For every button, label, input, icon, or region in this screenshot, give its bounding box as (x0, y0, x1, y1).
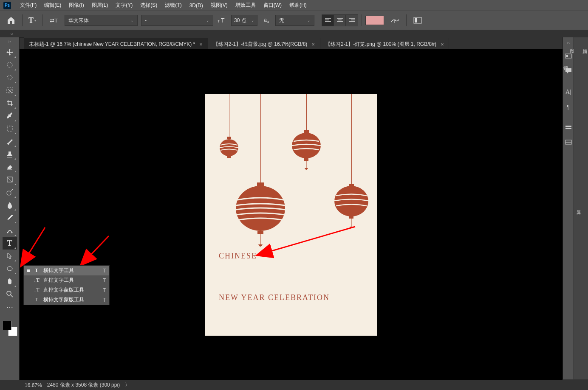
flyout-item-horizontal-mask[interactable]: T 横排文字蒙版工具 T (24, 295, 109, 305)
gradient-tool[interactable] (3, 173, 17, 186)
hand-tool[interactable] (3, 275, 17, 288)
text-layer-chinese[interactable]: CHINESE (219, 252, 257, 261)
type-tool[interactable]: T (3, 237, 17, 250)
font-size-icon: TT (217, 14, 228, 27)
edit-toolbar[interactable]: ⋯ (3, 300, 17, 313)
dodge-tool[interactable] (3, 186, 17, 199)
color-swatches[interactable] (2, 321, 17, 336)
align-left-button[interactable] (322, 15, 334, 26)
flyout-item-horizontal-type[interactable]: T 横排文字工具 T (24, 266, 109, 275)
svg-line-30 (21, 227, 45, 266)
lasso-tool[interactable] (3, 71, 17, 84)
quick-select-tool[interactable] (3, 84, 17, 97)
brush-tool[interactable] (3, 135, 17, 148)
move-tool[interactable] (3, 46, 17, 59)
curvature-pen-tool[interactable] (3, 224, 17, 237)
document-dimensions[interactable]: 2480 像素 x 3508 像素 (300 ppi) (47, 382, 120, 389)
status-arrow-icon[interactable]: 〉 (125, 382, 130, 389)
svg-rect-28 (349, 216, 353, 219)
align-right-button[interactable] (346, 15, 358, 26)
document-tab[interactable]: 【练习2-1】-灯笼.png @ 100% (图层 1, RGB/8#) × (320, 38, 449, 50)
menu-file[interactable]: 文件(F) (16, 2, 40, 9)
svg-rect-22 (304, 130, 309, 133)
frame-tool[interactable] (3, 122, 17, 135)
menu-plugins[interactable]: 增效工具 (232, 2, 260, 9)
menu-help[interactable]: 帮助(H) (286, 2, 311, 9)
eraser-tool[interactable] (3, 160, 17, 173)
foreground-color[interactable] (2, 321, 11, 330)
svg-rect-15 (227, 137, 231, 139)
document-tab[interactable]: 未标题-1 @ 16.7% (chinese New YEAR CELEBRAT… (24, 38, 208, 50)
menu-filter[interactable]: 滤镜(T) (161, 2, 185, 9)
font-family-select[interactable]: 华文宋体 ⌄ (65, 15, 138, 26)
canvas-viewport[interactable]: CHINESE NEW YEAR CELEBRATION (20, 49, 563, 380)
menu-view[interactable]: 视图(V) (207, 2, 232, 9)
document-canvas[interactable]: CHINESE NEW YEAR CELEBRATION (205, 94, 377, 336)
shape-tool[interactable] (3, 262, 17, 275)
menu-select[interactable]: 选择(S) (136, 2, 161, 9)
close-icon[interactable]: × (441, 41, 444, 48)
tab-stub[interactable]: 颜 (582, 42, 588, 380)
document-tab[interactable]: 【练习2-1】-纸背景.jpg @ 16.7%(RGB/8) × (208, 38, 320, 50)
svg-text:T: T (218, 19, 220, 23)
app-logo: Ps (3, 2, 11, 9)
character-panel-button[interactable] (410, 14, 425, 27)
close-icon[interactable]: × (311, 41, 315, 48)
tools-panel: ›› T ⋯ (0, 37, 20, 380)
tab-stub[interactable]: 图 (569, 42, 575, 380)
font-style-select[interactable]: - ⌄ (141, 15, 213, 26)
svg-rect-20 (257, 231, 263, 234)
flyout-item-vertical-mask[interactable]: ↓T 直排文字蒙版工具 T (24, 285, 109, 295)
zoom-tool[interactable] (3, 288, 17, 300)
flyout-shortcut: T (103, 297, 106, 303)
stamp-tool[interactable] (3, 148, 17, 160)
align-center-button[interactable] (334, 15, 346, 26)
flyout-label: 横排文字蒙版工具 (43, 296, 84, 303)
flyout-item-vertical-type[interactable]: ↓T 直排文字工具 T (24, 275, 109, 285)
menu-window[interactable]: 窗口(W) (260, 2, 286, 9)
lantern-artwork (205, 94, 377, 247)
tab-label: 【练习2-1】-纸背景.jpg @ 16.7%(RGB/8) (213, 41, 308, 48)
text-color-swatch[interactable] (365, 16, 384, 25)
document-tab-bar: 未标题-1 @ 16.7% (chinese New YEAR CELEBRAT… (24, 38, 563, 50)
warp-text-button[interactable]: T (387, 14, 403, 27)
svg-rect-8 (7, 126, 12, 131)
svg-text:⇄T: ⇄T (50, 17, 58, 24)
text-layer-newyear[interactable]: NEW YEAR CELEBRATION (219, 293, 330, 302)
mask-type-icon: T (33, 297, 40, 303)
blur-tool[interactable] (3, 199, 17, 211)
font-size-value: 30 点 (234, 17, 246, 24)
tab-stub[interactable]: 锁 (563, 59, 569, 380)
svg-rect-18 (257, 182, 264, 186)
flyout-shortcut: T (103, 268, 106, 274)
separator (22, 14, 23, 26)
font-size-input[interactable]: 30 点 ⌄ (231, 15, 257, 26)
flyout-shortcut: T (103, 278, 106, 283)
pen-tool[interactable] (3, 211, 17, 224)
marquee-tool[interactable] (3, 59, 17, 71)
crop-tool[interactable] (3, 97, 17, 109)
antialias-select[interactable]: 无 ⌄ (275, 15, 314, 26)
type-tool-indicator[interactable]: T ▾ (26, 14, 39, 27)
menu-image[interactable]: 图像(I) (65, 2, 88, 9)
tab-stub[interactable]: 属 (575, 203, 582, 380)
home-button[interactable] (3, 14, 19, 27)
app-menubar: Ps 文件(F) 编辑(E) 图像(I) 图层(L) 文字(Y) 选择(S) 滤… (0, 0, 588, 11)
type-icon: T (33, 267, 40, 274)
far-right-tabs: 颜 属 图 锁 (574, 37, 588, 380)
zoom-level[interactable]: 16.67% (25, 382, 42, 388)
text-orientation-toggle[interactable]: ⇄T (46, 14, 61, 27)
menu-type[interactable]: 文字(Y) (112, 2, 136, 9)
flyout-label: 直排文字工具 (43, 277, 74, 284)
menu-edit[interactable]: 编辑(E) (40, 2, 65, 9)
path-select-tool[interactable] (3, 250, 17, 262)
close-icon[interactable]: × (199, 41, 203, 48)
selected-dot-icon (27, 269, 30, 272)
chevron-down-icon: ⌄ (307, 18, 311, 22)
docbar-handle[interactable]: ›› (0, 30, 24, 38)
eyedropper-tool[interactable] (3, 109, 17, 122)
menu-3d[interactable]: 3D(D) (186, 3, 207, 8)
text-align-group (322, 14, 358, 26)
svg-point-16 (220, 139, 238, 156)
menu-layer[interactable]: 图层(L) (88, 2, 112, 9)
